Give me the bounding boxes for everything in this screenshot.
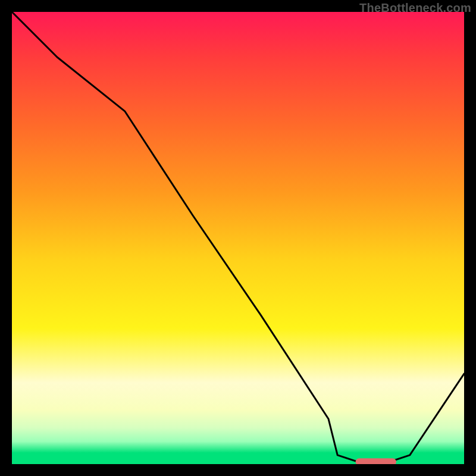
svg-rect-0 [356,458,396,464]
watermark-text: TheBottleneck.com [359,1,471,15]
chart-canvas: TheBottleneck.com [0,0,476,476]
bottleneck-curve [12,12,464,464]
plot-area [12,12,464,464]
optimal-range-marker [12,12,464,464]
